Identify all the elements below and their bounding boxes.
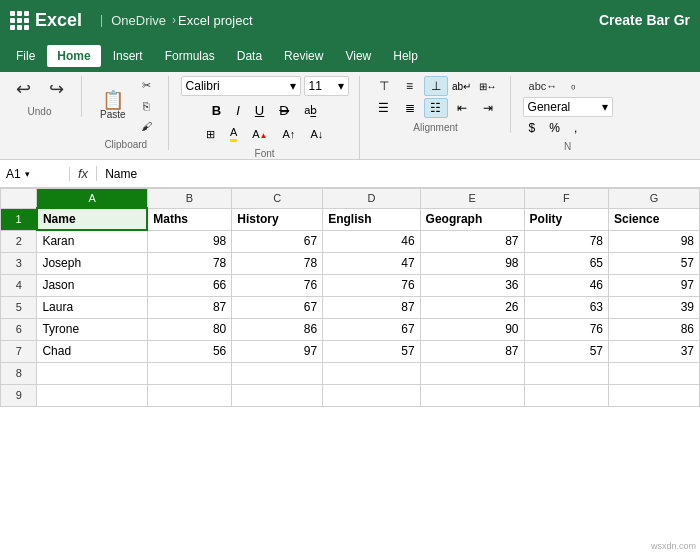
redo-button[interactable]: ↪ — [41, 76, 71, 102]
fill-color-button[interactable]: A — [224, 124, 243, 144]
cell-3-E[interactable]: 98 — [420, 252, 524, 274]
decrease-font-button[interactable]: A↓ — [304, 126, 329, 142]
cell-5-C[interactable]: 67 — [232, 296, 323, 318]
cell-4-E[interactable]: 36 — [420, 274, 524, 296]
cell-2-E[interactable]: 87 — [420, 230, 524, 252]
cell-4-F[interactable]: 46 — [524, 274, 608, 296]
font-color-button[interactable]: A▲ — [246, 126, 273, 142]
cell-6-A[interactable]: Tyrone — [37, 318, 147, 340]
cell-1-C[interactable]: History — [232, 208, 323, 230]
cell-1-D[interactable]: English — [323, 208, 420, 230]
cell-6-E[interactable]: 90 — [420, 318, 524, 340]
cell-7-A[interactable]: Chad — [37, 340, 147, 362]
menu-insert[interactable]: Insert — [103, 45, 153, 67]
formula-input[interactable]: Name — [97, 167, 700, 181]
cell-2-C[interactable]: 67 — [232, 230, 323, 252]
bold-button[interactable]: B — [206, 101, 227, 120]
cell-6-G[interactable]: 86 — [608, 318, 699, 340]
cell-8-A[interactable] — [37, 362, 147, 384]
cell-4-B[interactable]: 66 — [147, 274, 231, 296]
number-format-button[interactable]: ₀ — [565, 76, 581, 95]
menu-review[interactable]: Review — [274, 45, 333, 67]
cell-8-C[interactable] — [232, 362, 323, 384]
cell-3-B[interactable]: 78 — [147, 252, 231, 274]
double-underline-button[interactable]: ab̲ — [298, 102, 323, 119]
increase-font-button[interactable]: A↑ — [277, 126, 302, 142]
cell-5-A[interactable]: Laura — [37, 296, 147, 318]
cell-3-D[interactable]: 47 — [323, 252, 420, 274]
cell-5-E[interactable]: 26 — [420, 296, 524, 318]
percent-button[interactable]: % — [543, 119, 566, 137]
format-painter-button[interactable]: 🖌 — [135, 117, 158, 135]
copy-button[interactable]: ⎘ — [135, 97, 158, 115]
col-header-g[interactable]: G — [608, 189, 699, 209]
cell-9-D[interactable] — [323, 384, 420, 406]
borders-button[interactable]: ⊞ — [200, 126, 221, 143]
merge-center-button[interactable]: ⊞↔ — [476, 76, 500, 96]
cell-6-F[interactable]: 76 — [524, 318, 608, 340]
menu-help[interactable]: Help — [383, 45, 428, 67]
cell-9-F[interactable] — [524, 384, 608, 406]
bottom-align-button[interactable]: ⊥ — [424, 76, 448, 96]
cell-7-E[interactable]: 87 — [420, 340, 524, 362]
paste-button[interactable]: 📋 Paste — [94, 87, 132, 124]
menu-file[interactable]: File — [6, 45, 45, 67]
cell-1-B[interactable]: Maths — [147, 208, 231, 230]
increase-indent-button[interactable]: ⇥ — [476, 98, 500, 118]
middle-align-button[interactable]: ≡ — [398, 76, 422, 96]
col-header-a[interactable]: A — [37, 189, 147, 209]
cell-6-C[interactable]: 86 — [232, 318, 323, 340]
cell-8-B[interactable] — [147, 362, 231, 384]
cell-4-G[interactable]: 97 — [608, 274, 699, 296]
strikethrough-button[interactable]: D̶ — [273, 101, 295, 120]
col-header-f[interactable]: F — [524, 189, 608, 209]
cell-4-A[interactable]: Jason — [37, 274, 147, 296]
cell-6-D[interactable]: 67 — [323, 318, 420, 340]
underline-button[interactable]: U — [249, 101, 270, 120]
cell-8-G[interactable] — [608, 362, 699, 384]
cell-5-F[interactable]: 63 — [524, 296, 608, 318]
col-header-d[interactable]: D — [323, 189, 420, 209]
col-header-b[interactable]: B — [147, 189, 231, 209]
font-size-selector[interactable]: 11 ▾ — [304, 76, 349, 96]
cell-3-C[interactable]: 78 — [232, 252, 323, 274]
cut-button[interactable]: ✂ — [135, 76, 158, 95]
cell-2-D[interactable]: 46 — [323, 230, 420, 252]
cell-3-A[interactable]: Joseph — [37, 252, 147, 274]
left-align-button[interactable]: ☰ — [372, 98, 396, 118]
cell-3-G[interactable]: 57 — [608, 252, 699, 274]
cell-ref-dropdown[interactable]: ▾ — [25, 169, 30, 179]
cell-5-G[interactable]: 39 — [608, 296, 699, 318]
cell-4-D[interactable]: 76 — [323, 274, 420, 296]
cell-7-G[interactable]: 37 — [608, 340, 699, 362]
cell-2-A[interactable]: Karan — [37, 230, 147, 252]
decrease-indent-button[interactable]: ⇤ — [450, 98, 474, 118]
right-align-button[interactable]: ☷ — [424, 98, 448, 118]
cell-5-D[interactable]: 87 — [323, 296, 420, 318]
cell-reference-box[interactable]: A1 ▾ — [0, 167, 70, 181]
cell-7-B[interactable]: 56 — [147, 340, 231, 362]
cell-7-D[interactable]: 57 — [323, 340, 420, 362]
cell-1-A[interactable]: Name — [37, 208, 147, 230]
cell-3-F[interactable]: 65 — [524, 252, 608, 274]
cell-1-G[interactable]: Science — [608, 208, 699, 230]
col-header-e[interactable]: E — [420, 189, 524, 209]
cell-9-C[interactable] — [232, 384, 323, 406]
menu-view[interactable]: View — [335, 45, 381, 67]
center-align-button[interactable]: ≣ — [398, 98, 422, 118]
cell-7-C[interactable]: 97 — [232, 340, 323, 362]
cell-2-B[interactable]: 98 — [147, 230, 231, 252]
undo-button[interactable]: ↩ — [8, 76, 38, 102]
cell-1-E[interactable]: Geograph — [420, 208, 524, 230]
top-align-button[interactable]: ⊤ — [372, 76, 396, 96]
abc-button[interactable]: abc↔ — [523, 77, 564, 95]
cell-8-D[interactable] — [323, 362, 420, 384]
cell-9-B[interactable] — [147, 384, 231, 406]
app-grid-icon[interactable] — [10, 11, 35, 30]
col-header-c[interactable]: C — [232, 189, 323, 209]
cell-5-B[interactable]: 87 — [147, 296, 231, 318]
cell-4-C[interactable]: 76 — [232, 274, 323, 296]
cell-9-G[interactable] — [608, 384, 699, 406]
italic-button[interactable]: I — [230, 101, 246, 120]
cell-8-E[interactable] — [420, 362, 524, 384]
